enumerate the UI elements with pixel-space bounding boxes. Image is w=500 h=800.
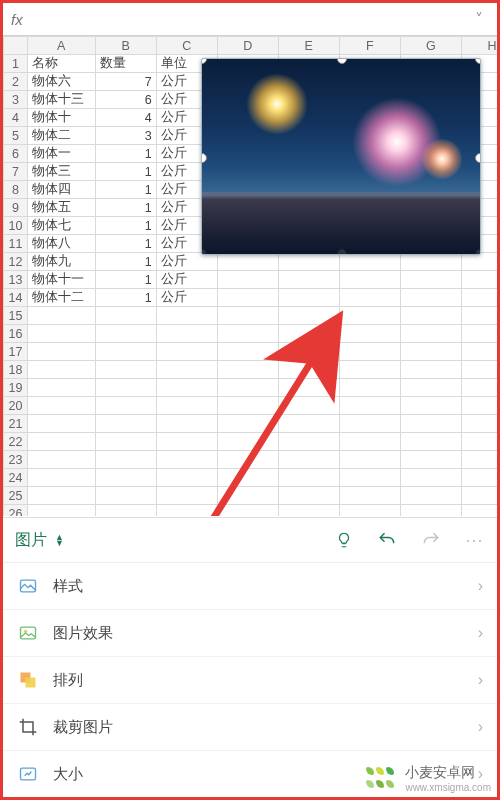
row-header[interactable]: 25: [4, 487, 28, 505]
option-effect[interactable]: 图片效果 ›: [3, 610, 497, 657]
select-all-corner[interactable]: [4, 37, 28, 55]
cell[interactable]: [278, 325, 339, 343]
col-header-G[interactable]: G: [400, 37, 461, 55]
cell[interactable]: [95, 415, 156, 433]
column-header-row[interactable]: A B C D E F G H: [4, 37, 498, 55]
row-header[interactable]: 9: [4, 199, 28, 217]
row-header[interactable]: 2: [4, 73, 28, 91]
cell[interactable]: 7: [95, 73, 156, 91]
row-header[interactable]: 12: [4, 253, 28, 271]
table-row[interactable]: 25: [4, 487, 498, 505]
cell[interactable]: [339, 343, 400, 361]
cell[interactable]: [217, 433, 278, 451]
cell[interactable]: [400, 451, 461, 469]
cell[interactable]: [278, 451, 339, 469]
cell[interactable]: [217, 343, 278, 361]
cell[interactable]: [95, 433, 156, 451]
cell[interactable]: [156, 343, 217, 361]
row-header[interactable]: 26: [4, 505, 28, 517]
cell[interactable]: [278, 361, 339, 379]
cell[interactable]: 公斤: [156, 271, 217, 289]
cell[interactable]: [461, 307, 497, 325]
row-header[interactable]: 21: [4, 415, 28, 433]
cell[interactable]: [27, 433, 95, 451]
cell[interactable]: [95, 451, 156, 469]
cell[interactable]: 公斤: [156, 253, 217, 271]
cell[interactable]: [95, 379, 156, 397]
formula-input[interactable]: [37, 7, 469, 31]
row-header[interactable]: 19: [4, 379, 28, 397]
cell[interactable]: [400, 343, 461, 361]
cell[interactable]: [278, 415, 339, 433]
cell[interactable]: [217, 289, 278, 307]
table-row[interactable]: 23: [4, 451, 498, 469]
redo-icon[interactable]: [421, 530, 441, 550]
cell[interactable]: [339, 325, 400, 343]
cell[interactable]: [217, 361, 278, 379]
cell[interactable]: [156, 469, 217, 487]
table-row[interactable]: 13物体十一1公斤: [4, 271, 498, 289]
cell[interactable]: [217, 379, 278, 397]
option-arrange[interactable]: 排列 ›: [3, 657, 497, 704]
cell[interactable]: 1: [95, 253, 156, 271]
row-header[interactable]: 20: [4, 397, 28, 415]
cell[interactable]: [400, 397, 461, 415]
cell[interactable]: [339, 397, 400, 415]
cell[interactable]: [27, 325, 95, 343]
cell[interactable]: [278, 307, 339, 325]
cell[interactable]: [95, 469, 156, 487]
resize-handle-bm[interactable]: [337, 249, 347, 255]
cell[interactable]: 1: [95, 145, 156, 163]
cell[interactable]: [400, 505, 461, 517]
row-header[interactable]: 5: [4, 127, 28, 145]
row-header[interactable]: 3: [4, 91, 28, 109]
cell[interactable]: [217, 397, 278, 415]
cell[interactable]: [461, 451, 497, 469]
cell[interactable]: [217, 469, 278, 487]
cell[interactable]: [400, 379, 461, 397]
option-style[interactable]: 样式 ›: [3, 563, 497, 610]
cell[interactable]: [95, 307, 156, 325]
cell[interactable]: [27, 487, 95, 505]
cell[interactable]: [461, 415, 497, 433]
cell[interactable]: [156, 415, 217, 433]
cell[interactable]: 1: [95, 271, 156, 289]
cell[interactable]: 公斤: [156, 289, 217, 307]
cell[interactable]: [278, 379, 339, 397]
row-header[interactable]: 16: [4, 325, 28, 343]
cell[interactable]: [217, 451, 278, 469]
cell[interactable]: [95, 397, 156, 415]
table-row[interactable]: 18: [4, 361, 498, 379]
cell[interactable]: [278, 397, 339, 415]
cell[interactable]: [339, 469, 400, 487]
cell[interactable]: [217, 253, 278, 271]
cell[interactable]: [461, 487, 497, 505]
cell[interactable]: 物体十一: [27, 271, 95, 289]
cell[interactable]: [461, 325, 497, 343]
row-header[interactable]: 1: [4, 55, 28, 73]
panel-switch-icon[interactable]: ▲▼: [55, 534, 64, 546]
table-row[interactable]: 26: [4, 505, 498, 517]
lightbulb-icon[interactable]: [335, 531, 353, 549]
cell[interactable]: [156, 433, 217, 451]
more-icon[interactable]: ⋯: [465, 529, 485, 551]
table-row[interactable]: 17: [4, 343, 498, 361]
row-header[interactable]: 8: [4, 181, 28, 199]
cell[interactable]: [400, 289, 461, 307]
cell[interactable]: 4: [95, 109, 156, 127]
cell[interactable]: [278, 433, 339, 451]
cell[interactable]: [461, 433, 497, 451]
cell[interactable]: 物体三: [27, 163, 95, 181]
cell[interactable]: [339, 451, 400, 469]
cell[interactable]: [339, 253, 400, 271]
cell[interactable]: 1: [95, 199, 156, 217]
cell[interactable]: 数量: [95, 55, 156, 73]
row-header[interactable]: 24: [4, 469, 28, 487]
col-header-H[interactable]: H: [461, 37, 497, 55]
row-header[interactable]: 4: [4, 109, 28, 127]
cell[interactable]: [27, 397, 95, 415]
col-header-C[interactable]: C: [156, 37, 217, 55]
row-header[interactable]: 23: [4, 451, 28, 469]
col-header-B[interactable]: B: [95, 37, 156, 55]
cell[interactable]: [217, 307, 278, 325]
